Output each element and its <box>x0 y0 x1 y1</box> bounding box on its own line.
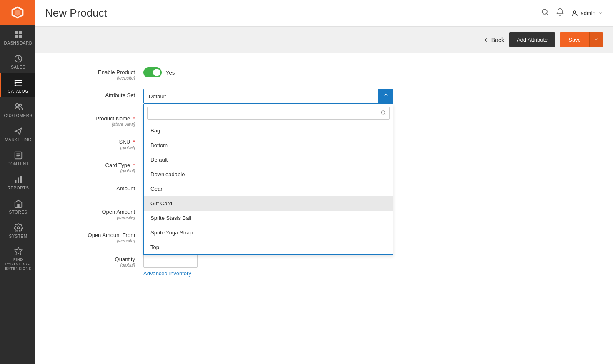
sidebar-item-customers[interactable]: CUSTOMERS <box>0 97 35 122</box>
sidebar-item-dashboard-label: DASHBOARD <box>4 41 33 46</box>
back-button[interactable]: Back <box>483 37 504 43</box>
svg-rect-12 <box>18 177 19 183</box>
sidebar: DASHBOARD SALES CATALOG CUSTOMERS MARKET… <box>0 0 35 364</box>
svg-rect-14 <box>17 204 20 207</box>
dropdown-search-icon <box>380 110 386 117</box>
notification-icon[interactable] <box>556 8 564 18</box>
list-item[interactable]: Gear <box>144 182 393 196</box>
admin-label: admin <box>581 10 595 16</box>
save-dropdown-button[interactable] <box>589 32 603 47</box>
dropdown-search-wrapper <box>144 104 393 123</box>
sidebar-item-content-label: CONTENT <box>8 162 29 167</box>
main-content: New Product admin Back Add Attribute <box>35 0 613 364</box>
required-star: * <box>133 162 135 168</box>
enable-product-control: Yes <box>143 66 393 77</box>
list-item[interactable]: Downloadable <box>144 167 393 182</box>
enable-product-label: Enable Product [website] <box>52 66 143 80</box>
svg-point-8 <box>15 104 18 107</box>
attribute-set-control: Default Bag B <box>143 89 393 104</box>
list-item[interactable]: Sprite Stasis Ball <box>144 211 393 225</box>
svg-rect-3 <box>18 35 21 38</box>
sidebar-item-catalog-label: CATALOG <box>8 89 29 94</box>
sidebar-item-system[interactable]: SYSTEM <box>0 218 35 242</box>
attribute-set-input[interactable]: Default <box>143 89 393 104</box>
amount-label: Amount <box>52 182 143 192</box>
required-star: * <box>133 139 135 145</box>
save-button[interactable]: Save <box>560 32 589 47</box>
enable-product-toggle[interactable] <box>143 67 162 77</box>
svg-rect-5 <box>14 80 16 82</box>
advanced-inventory-link[interactable]: Advanced Inventory <box>143 270 393 277</box>
quantity-control: Advanced Inventory <box>143 253 393 277</box>
quantity-row: Quantity [global] Advanced Inventory <box>52 253 596 277</box>
sidebar-item-sales-label: SALES <box>11 65 25 70</box>
sidebar-item-sales[interactable]: SALES <box>0 49 35 73</box>
sidebar-item-system-label: SYSTEM <box>9 234 27 239</box>
sidebar-item-reports-label: REPORTS <box>8 186 29 191</box>
topbar: New Product admin <box>35 0 613 27</box>
list-item-gift-card[interactable]: Gift Card <box>144 196 393 211</box>
open-amount-from-label: Open Amount From [website] <box>52 229 143 243</box>
quantity-label: Quantity [global] <box>52 253 143 267</box>
logo[interactable] <box>0 0 35 25</box>
dropdown-search-input[interactable] <box>147 107 390 120</box>
svg-rect-1 <box>18 31 21 34</box>
attribute-set-dropdown: Bag Bottom Default Downloadable Gear Gif… <box>143 104 393 255</box>
sidebar-item-marketing-label: MARKETING <box>5 137 32 142</box>
svg-line-17 <box>546 14 548 15</box>
attribute-set-arrow[interactable] <box>378 89 393 104</box>
list-item[interactable]: Bottom <box>144 138 393 152</box>
sidebar-item-stores[interactable]: STORES <box>0 194 35 218</box>
add-attribute-button[interactable]: Add Attribute <box>509 32 555 47</box>
topbar-actions: admin <box>541 8 603 18</box>
sidebar-item-customers-label: CUSTOMERS <box>4 113 32 118</box>
sidebar-item-extensions-label: FIND PARTNERS & EXTENSIONS <box>4 257 33 271</box>
required-star: * <box>133 115 135 122</box>
product-name-label: Product Name * [store view] <box>52 112 143 127</box>
list-item[interactable]: Bag <box>144 123 393 138</box>
svg-point-19 <box>381 111 385 114</box>
svg-rect-13 <box>20 176 22 183</box>
attribute-set-label: Attribute Set <box>52 89 143 98</box>
list-item[interactable]: Default <box>144 152 393 167</box>
svg-rect-6 <box>14 82 16 84</box>
attribute-set-row: Attribute Set Default <box>52 89 596 104</box>
svg-point-18 <box>573 11 576 13</box>
sidebar-item-extensions[interactable]: FIND PARTNERS & EXTENSIONS <box>0 242 35 274</box>
attribute-set-wrapper: Default Bag B <box>143 89 393 104</box>
list-item[interactable]: Top <box>144 240 393 254</box>
page-title: New Product <box>45 7 107 20</box>
save-label: Save <box>568 37 581 43</box>
sidebar-item-dashboard[interactable]: DASHBOARD <box>0 25 35 49</box>
sku-label: SKU * [global] <box>52 135 143 150</box>
svg-point-16 <box>542 9 547 14</box>
svg-rect-0 <box>15 31 18 34</box>
attribute-set-option-list: Bag Bottom Default Downloadable Gear Gif… <box>144 123 393 254</box>
save-button-group: Save <box>560 32 603 47</box>
toggle-yes-label: Yes <box>166 70 175 76</box>
toggle-wrap: Yes <box>143 66 393 77</box>
svg-rect-7 <box>14 85 16 86</box>
sidebar-item-content[interactable]: CONTENT <box>0 146 35 170</box>
sidebar-item-reports[interactable]: REPORTS <box>0 170 35 194</box>
content-area: Enable Product [website] Yes Attribute S… <box>35 53 613 364</box>
add-attribute-label: Add Attribute <box>517 37 548 43</box>
card-type-label: Card Type * [global] <box>52 159 143 173</box>
sidebar-item-catalog[interactable]: CATALOG <box>0 73 35 97</box>
back-label: Back <box>491 37 504 43</box>
quantity-input[interactable] <box>143 253 198 268</box>
svg-point-9 <box>19 104 21 107</box>
search-icon[interactable] <box>541 8 549 18</box>
open-amount-label: Open Amount [website] <box>52 205 143 220</box>
list-item[interactable]: Sprite Yoga Strap <box>144 225 393 240</box>
svg-point-15 <box>17 227 20 229</box>
enable-product-row: Enable Product [website] Yes <box>52 66 596 80</box>
sidebar-item-marketing[interactable]: MARKETING <box>0 122 35 146</box>
sidebar-item-stores-label: STORES <box>9 210 28 215</box>
admin-menu[interactable]: admin <box>571 10 603 17</box>
action-bar: Back Add Attribute Save <box>35 27 613 53</box>
svg-rect-2 <box>15 35 18 38</box>
svg-line-20 <box>385 114 386 115</box>
svg-rect-11 <box>15 180 16 183</box>
